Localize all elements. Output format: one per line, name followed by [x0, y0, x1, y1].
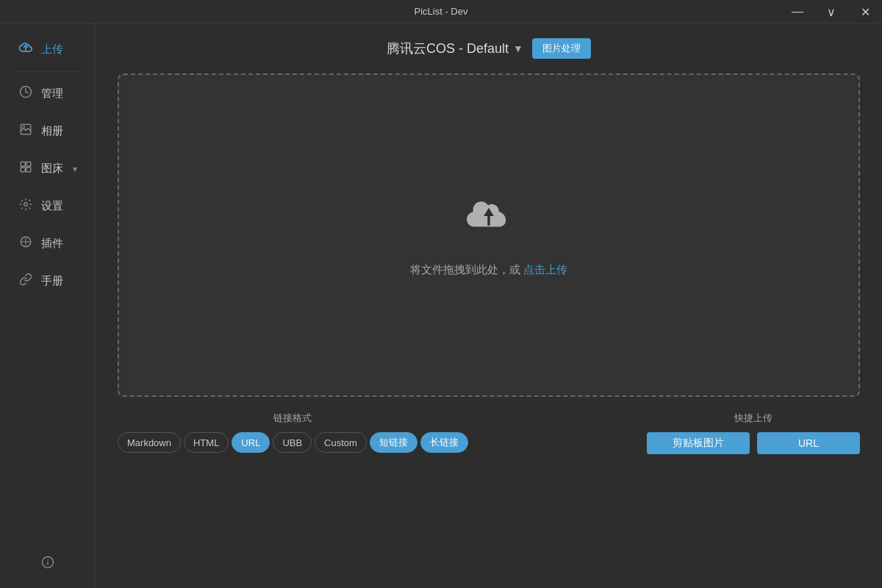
cloud-upload-icon	[459, 194, 518, 241]
sidebar-item-album[interactable]: 相册	[6, 114, 89, 148]
top-bar: 腾讯云COS - Default ▼ 图片处理	[118, 38, 860, 59]
sidebar-divider	[12, 71, 83, 72]
sidebar-item-settings-label: 设置	[41, 199, 63, 213]
clipboard-upload-button[interactable]: 剪贴板图片	[647, 432, 750, 454]
settings-icon	[18, 198, 34, 215]
svg-rect-6	[26, 168, 31, 172]
svg-rect-4	[26, 162, 31, 166]
format-btn-html[interactable]: HTML	[184, 432, 229, 453]
format-btn-long[interactable]: 长链接	[420, 432, 468, 453]
sidebar-item-plugins-label: 插件	[41, 237, 63, 251]
sidebar-item-upload[interactable]: 上传	[6, 32, 89, 67]
link-format-label: 链接格式	[273, 412, 312, 425]
bottom-bar: 链接格式 Markdown HTML URL UBB Custom 短链接 长链…	[118, 412, 860, 454]
window-controls: — ∨ ✕	[781, 0, 882, 24]
format-btn-custom[interactable]: Custom	[315, 432, 367, 453]
format-buttons: Markdown HTML URL UBB Custom 短链接 长链接	[118, 432, 468, 453]
manual-icon	[18, 273, 34, 290]
plugins-icon	[18, 235, 34, 252]
picbed-icon	[18, 160, 34, 177]
close-button[interactable]: ✕	[848, 0, 882, 24]
sidebar-item-plugins[interactable]: 插件	[6, 226, 89, 261]
bucket-selector-label: 腾讯云COS - Default	[387, 40, 509, 57]
info-icon-button[interactable]	[0, 548, 95, 576]
sidebar-bottom	[0, 548, 95, 588]
bucket-selector[interactable]: 腾讯云COS - Default ▼	[387, 40, 523, 57]
format-btn-ubb[interactable]: UBB	[273, 432, 312, 453]
drop-zone-text: 将文件拖拽到此处，或 点击上传	[410, 263, 567, 277]
upload-icon	[18, 41, 34, 58]
titlebar-title: PicList - Dev	[415, 6, 468, 17]
manage-icon	[18, 85, 34, 102]
link-format-group: 链接格式 Markdown HTML URL UBB Custom 短链接 长链…	[118, 412, 468, 453]
titlebar: PicList - Dev — ∨ ✕	[0, 0, 882, 24]
sidebar-item-picbed[interactable]: 图床 ▾	[6, 151, 89, 186]
chevron-down-icon: ▾	[73, 164, 77, 174]
url-upload-button[interactable]: URL	[757, 432, 860, 454]
svg-point-7	[24, 203, 28, 207]
sidebar-item-manage[interactable]: 管理	[6, 76, 89, 111]
sidebar-item-album-label: 相册	[41, 124, 63, 138]
album-icon	[18, 123, 34, 140]
quick-upload-group: 快捷上传 剪贴板图片 URL	[647, 412, 860, 454]
sidebar-item-settings[interactable]: 设置	[6, 189, 89, 223]
sidebar-item-picbed-label: 图床	[41, 162, 63, 176]
svg-rect-3	[21, 162, 25, 166]
svg-point-2	[23, 126, 25, 129]
image-process-button[interactable]: 图片处理	[532, 38, 591, 59]
minimize-button[interactable]: —	[781, 0, 814, 24]
svg-rect-5	[21, 168, 25, 172]
quick-upload-label: 快捷上传	[734, 412, 772, 425]
sidebar-item-manage-label: 管理	[41, 87, 63, 101]
dropdown-arrow-icon: ▼	[513, 43, 523, 54]
sidebar-item-manual[interactable]: 手册	[6, 264, 89, 298]
sidebar: 上传 管理 相册	[0, 24, 96, 588]
click-upload-link[interactable]: 点击上传	[523, 263, 567, 276]
quick-upload-buttons: 剪贴板图片 URL	[647, 432, 860, 454]
sidebar-item-upload-label: 上传	[41, 43, 63, 57]
upload-drop-zone[interactable]: 将文件拖拽到此处，或 点击上传	[118, 74, 860, 397]
content-area: 腾讯云COS - Default ▼ 图片处理 将文件拖拽到此处，或 点击上传	[96, 24, 882, 588]
format-btn-short[interactable]: 短链接	[370, 432, 417, 453]
format-btn-markdown[interactable]: Markdown	[118, 432, 181, 453]
sidebar-item-manual-label: 手册	[41, 274, 63, 288]
main-layout: 上传 管理 相册	[0, 24, 882, 588]
svg-point-13	[47, 559, 49, 561]
format-btn-url[interactable]: URL	[232, 432, 270, 453]
maximize-button[interactable]: ∨	[814, 0, 848, 24]
